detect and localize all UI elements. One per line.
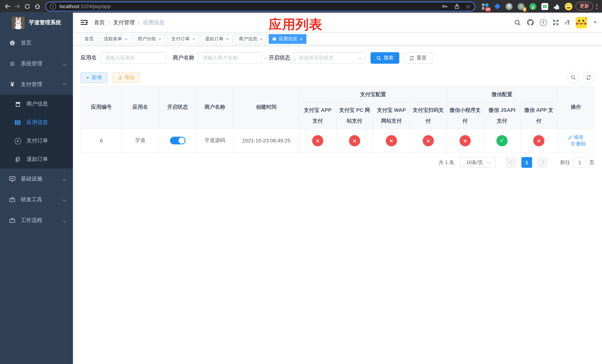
close-icon[interactable]: ×	[300, 37, 303, 41]
app-title: 芋道管理系统	[29, 19, 61, 26]
close-icon[interactable]: ×	[125, 37, 128, 41]
col-wx-jsapi: 微信 JSAPI 支付	[484, 103, 520, 128]
chevron-down-icon	[487, 160, 491, 164]
tab-bar: 首页 流程表单× 用户分组× 支付订单× 退款订单× 商户信息× 应用信息×	[73, 32, 602, 46]
tab-merchant-info[interactable]: 商户信息×	[235, 34, 266, 44]
avatar-caret-icon[interactable]	[593, 21, 597, 23]
tab-pay-order[interactable]: 支付订单×	[167, 34, 199, 44]
status-select[interactable]: 请选择开启状态	[294, 52, 366, 64]
sidebar-item-pay-order[interactable]: 支付订单	[0, 132, 73, 150]
filter-label-merchant: 商户名称	[173, 55, 194, 62]
breadcrumb-payment[interactable]: 支付管理	[113, 19, 135, 26]
add-button[interactable]: + 新增	[81, 72, 107, 83]
col-alipay-pc: 支付宝 PC 网站支付	[336, 103, 373, 128]
search-button[interactable]: 搜索	[370, 52, 399, 64]
forward-icon[interactable]	[12, 1, 22, 11]
merchant-name-input[interactable]: 请输入商户名称	[198, 52, 262, 64]
fullscreen-icon[interactable]	[552, 19, 559, 26]
extensions-puzzle-icon[interactable]	[553, 2, 560, 10]
close-icon[interactable]: ×	[192, 37, 195, 41]
extension-diamond-icon[interactable]	[493, 2, 501, 10]
sidebar-item-payment[interactable]: ¥ 支付管理	[0, 74, 73, 95]
sidebar-item-app-info[interactable]: 应用信息	[0, 113, 73, 132]
cell-alipay-app-status: ×	[299, 128, 336, 153]
screen: i localhost:1024/pay/app ☆ 10 ⌘ 1	[0, 0, 602, 364]
page-number-button[interactable]: 1	[521, 157, 532, 168]
filter-label-app-name: 应用名	[81, 55, 97, 62]
help-icon[interactable]: ?	[540, 19, 547, 26]
extension-grid-icon[interactable]: 10	[482, 2, 489, 10]
table-grid-icon	[14, 119, 21, 126]
goto-page-input[interactable]: 1	[573, 157, 586, 168]
github-icon[interactable]	[527, 19, 534, 26]
status-toggle[interactable]	[170, 137, 185, 144]
close-icon[interactable]: ×	[226, 37, 229, 41]
edit-link[interactable]: 修改	[568, 133, 584, 140]
col-created: 创建时间	[233, 86, 299, 128]
refresh-button[interactable]	[583, 72, 594, 83]
sidebar-item-devtools[interactable]: 研发工具	[0, 189, 73, 210]
cell-wx-jsapi-status: ✓	[484, 128, 520, 153]
extension-command-icon[interactable]: ⌘	[505, 2, 513, 10]
home-icon[interactable]	[32, 1, 42, 11]
dashboard-icon	[9, 40, 16, 46]
sidebar-item-system[interactable]: ⚙ 系统管理	[0, 53, 73, 74]
sidebar-item-label: 支付订单	[26, 137, 48, 144]
hide-search-button[interactable]	[567, 72, 579, 83]
documents-icon	[14, 157, 21, 162]
browser-profile-avatar[interactable]	[565, 2, 572, 10]
reload-icon[interactable]	[22, 1, 32, 11]
sidebar-item-workflow[interactable]: 工作流程	[0, 210, 73, 231]
tab-app-info[interactable]: 应用信息×	[269, 34, 306, 44]
header-search-icon[interactable]	[514, 19, 521, 26]
font-size-icon[interactable]: TT	[565, 19, 570, 26]
prev-page-button[interactable]	[505, 157, 516, 168]
breadcrumb-home[interactable]: 首页	[94, 19, 105, 26]
page-size-select[interactable]: 10条/页	[460, 157, 496, 168]
next-page-button[interactable]	[537, 157, 548, 168]
cell-actions: 修改 删除	[557, 128, 594, 153]
extension-chat-icon[interactable]	[541, 2, 548, 10]
sidebar-item-infra[interactable]: 基础设施	[0, 169, 73, 189]
store-icon	[14, 101, 21, 107]
address-bar[interactable]: i localhost:1024/pay/app ☆	[45, 1, 475, 11]
tab-home[interactable]: 首页	[81, 34, 97, 44]
delete-link[interactable]: 删除	[570, 140, 586, 147]
content: 应用名 请输入应用名 商户名称 请输入商户名称 开启状态 请选择开启状态 搜索 …	[73, 46, 602, 168]
plus-icon: +	[86, 75, 89, 80]
col-merchant: 商户名称	[196, 86, 233, 128]
bookmark-star-icon[interactable]: ☆	[466, 3, 471, 9]
col-alipay-qr: 支付宝扫码支付	[410, 103, 447, 128]
site-info-icon[interactable]: i	[50, 3, 56, 10]
browser-menu-icon[interactable]	[596, 4, 597, 9]
sidebar-fold-icon[interactable]	[81, 19, 87, 26]
goto-unit-label: 页	[589, 159, 594, 166]
tab-process-form[interactable]: 流程表单×	[100, 34, 131, 44]
app-logo-row[interactable]: 芋道管理系统	[0, 13, 73, 32]
cell-alipay-pc-status: ×	[336, 128, 373, 153]
export-button[interactable]: 导出	[112, 72, 140, 83]
user-avatar[interactable]	[576, 17, 587, 28]
url-text[interactable]: localhost:1024/pay/app	[59, 3, 111, 9]
extension-recorder-icon[interactable]: 1	[517, 2, 525, 10]
app-name-input[interactable]: 请输入应用名	[100, 52, 166, 64]
sidebar-item-label: 商户信息	[26, 101, 48, 107]
pagination: 共 1 条 10条/页 1 前往 1 页	[81, 157, 594, 168]
password-key-icon[interactable]	[441, 3, 448, 10]
share-icon[interactable]	[454, 3, 460, 10]
browser-update-button[interactable]: 更新	[576, 2, 593, 11]
extension-y-icon[interactable]: y	[529, 2, 537, 10]
sidebar-item-merchant-info[interactable]: 商户信息	[0, 95, 73, 113]
reset-button[interactable]: 重置	[404, 52, 432, 64]
close-icon[interactable]: ×	[260, 37, 263, 41]
tab-user-group[interactable]: 用户分组×	[134, 34, 165, 44]
tab-refund-order[interactable]: 退款订单×	[201, 34, 233, 44]
close-icon[interactable]: ×	[159, 37, 161, 41]
back-icon[interactable]	[2, 1, 12, 11]
cell-app-id: 6	[81, 128, 122, 153]
yuan-icon: ¥	[9, 81, 16, 88]
app-logo	[12, 16, 24, 29]
chevron-down-icon	[63, 177, 67, 181]
sidebar-item-refund-order[interactable]: 退款订单	[0, 150, 73, 169]
sidebar-item-home[interactable]: 首页	[0, 32, 73, 53]
